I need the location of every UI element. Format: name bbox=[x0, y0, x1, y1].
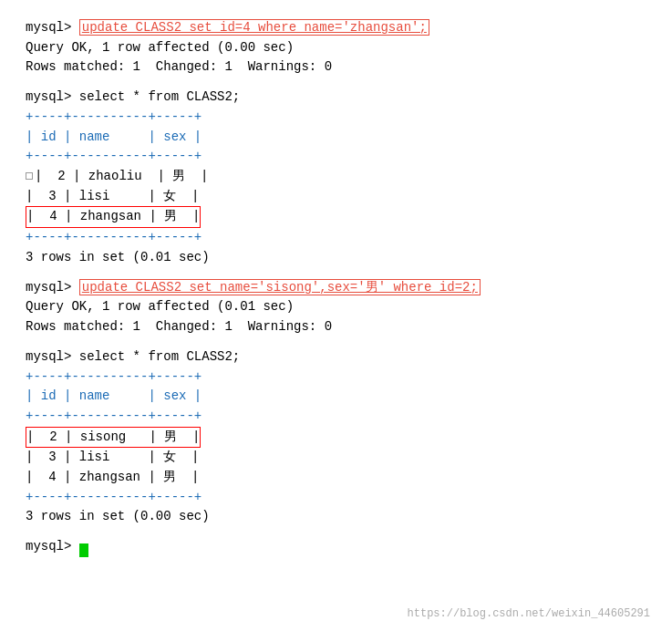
line-21: +----+----------+-----+ bbox=[26, 407, 646, 427]
cursor bbox=[79, 543, 88, 557]
line-16: Rows matched: 1 Changed: 1 Warnings: 0 bbox=[26, 317, 646, 337]
line-11: +----+----------+-----+ bbox=[26, 228, 646, 248]
watermark: https://blog.csdn.net/weixin_44605291 bbox=[408, 605, 650, 621]
line-24: | 4 | zhangsan | 男 | bbox=[26, 468, 646, 488]
terminal-window: mysql> update CLASS2 set id=4 where name… bbox=[13, 9, 659, 621]
line-8: | 2 | zhaoliu | 男 | bbox=[26, 167, 646, 187]
line-19: +----+----------+-----+ bbox=[26, 367, 646, 388]
line-9: | 3 | lisi | 女 | bbox=[26, 187, 646, 207]
line-4: mysql> select * from CLASS2; bbox=[26, 88, 646, 108]
line-13 bbox=[26, 267, 646, 277]
line-14: mysql> update CLASS2 set name='sisong',s… bbox=[26, 278, 646, 298]
line-6: | id | name | sex | bbox=[26, 128, 646, 148]
line-26: 3 rows in set (0.00 sec) bbox=[26, 507, 646, 527]
line-1: Query OK, 1 row affected (0.00 sec) bbox=[26, 38, 646, 58]
line-28: mysql> bbox=[26, 537, 646, 557]
line-27 bbox=[26, 527, 646, 537]
line-15: Query OK, 1 row affected (0.01 sec) bbox=[26, 297, 646, 317]
line-0: mysql> update CLASS2 set id=4 where name… bbox=[26, 18, 646, 38]
line-2: Rows matched: 1 Changed: 1 Warnings: 0 bbox=[26, 57, 646, 78]
line-22: | 2 | sisong | 男 | bbox=[26, 427, 646, 449]
line-12: 3 rows in set (0.01 sec) bbox=[26, 248, 646, 268]
line-20: | id | name | sex | bbox=[26, 387, 646, 407]
line-25: +----+----------+-----+ bbox=[26, 488, 646, 508]
line-3 bbox=[26, 78, 646, 88]
line-5: +----+----------+-----+ bbox=[26, 108, 646, 128]
line-7: +----+----------+-----+ bbox=[26, 147, 646, 167]
line-10: | 4 | zhangsan | 男 | bbox=[26, 206, 646, 228]
line-17 bbox=[26, 337, 646, 347]
line-23: | 3 | lisi | 女 | bbox=[26, 448, 646, 468]
terminal-output: mysql> update CLASS2 set id=4 where name… bbox=[26, 18, 646, 557]
line-18: mysql> select * from CLASS2; bbox=[26, 347, 646, 367]
